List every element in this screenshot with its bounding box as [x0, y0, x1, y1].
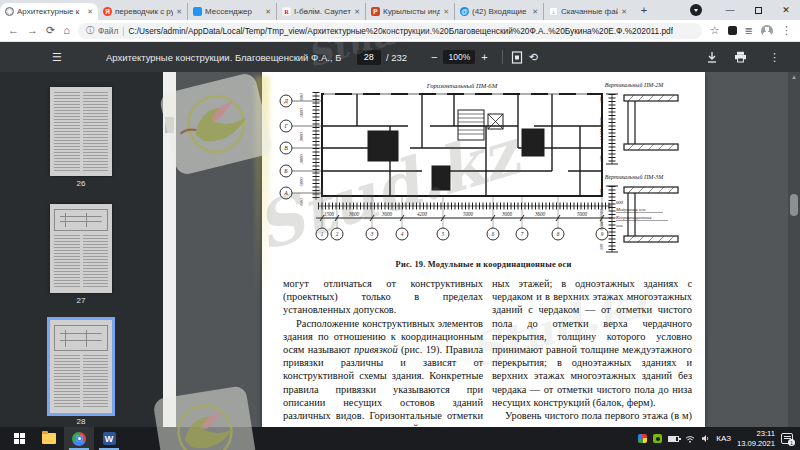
viewer-scrollbar[interactable]: ▲	[788, 72, 800, 427]
pdf-menu-icon[interactable]: ⋮	[769, 51, 780, 64]
home-icon[interactable]: ⌂	[63, 25, 70, 36]
reading-list-icon[interactable]: ≣	[745, 25, 753, 36]
row-dim: 5000	[299, 177, 304, 187]
thumbnail-label: 26	[50, 179, 112, 188]
thumbnail-page-26[interactable]	[50, 87, 112, 176]
tab-close-icon[interactable]: ✕	[87, 8, 93, 16]
download-icon[interactable]	[706, 51, 718, 64]
bookmark-star-icon[interactable]: ☆	[710, 25, 720, 36]
row-axis-label: Б	[283, 168, 288, 174]
tab-close-icon[interactable]: ✕	[354, 8, 360, 16]
screen: Архитектурные к ✕ Я переводчик с ру ✕ Ме…	[0, 0, 800, 450]
thumbnail-page-27[interactable]	[50, 204, 112, 293]
scroll-up-icon[interactable]: ▲	[788, 74, 800, 80]
col-dim: 5000	[577, 211, 588, 217]
col-dim: 3600	[349, 211, 360, 217]
row-axis-label: В	[284, 145, 288, 151]
clock[interactable]: 23:11 13.09.2021	[737, 429, 775, 448]
paragraph: ных этажей; в одноэтажных зданиях с черд…	[492, 277, 692, 409]
r-site-icon: R	[282, 7, 291, 16]
close-window-button[interactable]: ✕	[772, 0, 800, 20]
file-explorer-button[interactable]	[34, 427, 64, 450]
col-dim: 3000	[382, 211, 393, 217]
viewer-scrollbar-thumb[interactable]	[790, 194, 798, 216]
tab-downloads[interactable]: ↓ Скачанные файл ✕	[543, 3, 632, 20]
col-axis-label: 6	[492, 231, 495, 237]
tab-architecture-pdf[interactable]: Архитектурные к ✕	[0, 3, 98, 20]
row-dim: 5600	[299, 108, 304, 118]
tab-translator[interactable]: Я переводчик с ру ✕	[98, 3, 187, 20]
start-button[interactable]	[4, 427, 34, 450]
maximize-icon	[755, 7, 762, 14]
word-taskbar-button[interactable]: W	[94, 427, 124, 450]
tab-bolim-saulet[interactable]: R I-бөлім. Саулет к ✕	[276, 3, 365, 20]
clock-date: 13.09.2021	[737, 439, 775, 448]
tab-close-icon[interactable]: ✕	[176, 8, 182, 16]
browser-menu-icon[interactable]: ⋮	[781, 25, 792, 36]
notification-badge: 1	[788, 439, 795, 446]
fit-to-page-icon[interactable]	[511, 51, 523, 64]
col-axis-label: 8	[557, 231, 560, 237]
tab-title: (42) Входящие -	[472, 7, 529, 16]
col-axis-label: 9	[601, 231, 604, 237]
thumbnail-scrollbar[interactable]	[163, 72, 176, 427]
toolbar-divider	[502, 50, 503, 64]
reload-icon[interactable]: ⟳	[46, 25, 55, 36]
url-omnibox[interactable]: ⓘ Файл | C:/Users/admin/AppData/Local/Te…	[78, 23, 702, 39]
tab-close-icon[interactable]: ✕	[443, 8, 449, 16]
avatar[interactable]	[761, 25, 773, 37]
col-axis-label: 4	[401, 231, 404, 237]
tab-kurylys[interactable]: P Курылысты инду ✕	[365, 3, 454, 20]
pdf-page-28: Горизонтальный ПМ-6М Д Г В Б А 600 5600 …	[262, 72, 705, 427]
new-tab-button[interactable]: +	[635, 1, 653, 19]
chrome-taskbar-button[interactable]	[64, 427, 94, 450]
back-icon[interactable]: ←	[8, 25, 19, 36]
nvidia-tray-icon[interactable]	[653, 434, 662, 443]
wifi-icon[interactable]	[685, 435, 695, 443]
thumbnail-content	[54, 355, 108, 408]
tab-close-icon[interactable]: ✕	[265, 8, 271, 16]
zoom-out-button[interactable]: −	[431, 51, 437, 63]
battery-icon[interactable]	[668, 436, 679, 442]
pdf-toolbar-right: ⋮	[706, 51, 786, 64]
globe-icon	[5, 7, 14, 16]
messenger-icon	[193, 7, 202, 16]
yandex-translate-icon: Я	[103, 7, 112, 16]
page-number-input[interactable]	[357, 50, 381, 65]
tab-close-icon[interactable]: ✕	[621, 8, 627, 16]
forward-icon[interactable]: →	[27, 25, 38, 36]
rotate-icon[interactable]: ⟲	[529, 51, 538, 64]
tab-strip: Архитектурные к ✕ Я переводчик с ру ✕ Ме…	[0, 0, 800, 20]
extension-icon[interactable]	[728, 26, 737, 35]
speaker-icon[interactable]	[701, 434, 710, 443]
zoom-in-button[interactable]: +	[481, 51, 487, 63]
tab-inbox[interactable]: @ (42) Входящие - ✕	[454, 3, 543, 20]
maximize-button[interactable]	[744, 0, 772, 20]
notification-center-icon[interactable]: 1	[781, 433, 793, 444]
minimize-button[interactable]: —	[716, 0, 744, 20]
thumbnail-content	[54, 235, 108, 288]
col-axis-label: 2	[336, 231, 339, 237]
photos-tray-icon[interactable]	[638, 434, 647, 443]
window-controls: — ✕	[690, 0, 800, 20]
vert1-top-dim: 100	[599, 96, 604, 103]
vert1-dim: 14·2М=2800	[599, 117, 604, 141]
page-info-icon[interactable]: ⓘ	[86, 25, 94, 36]
print-icon[interactable]	[734, 51, 747, 63]
pdf-content-area: 26 27 28 Горизонтальный ПМ-6М	[0, 72, 800, 427]
pdf-sidebar-menu-icon[interactable]: ☰	[52, 51, 62, 64]
tab-close-icon[interactable]: ✕	[532, 8, 538, 16]
modular-axes-label: Модульные оси	[615, 207, 646, 212]
profile-or-update-icon[interactable]	[690, 4, 702, 16]
address-bar-actions: ☆ ≣ ⋮	[710, 25, 792, 37]
zoom-level-label: 100%	[443, 50, 475, 64]
thumbnail-scrollbar-thumb[interactable]	[165, 117, 174, 133]
thumbnail-page-28[interactable]	[50, 320, 112, 413]
download-page-icon: ↓	[549, 7, 558, 16]
col-axis-label: 7	[521, 231, 524, 237]
url-divider: |	[122, 26, 124, 36]
col-dim: 3000	[502, 211, 513, 217]
col-axis-label: 1	[321, 231, 324, 237]
language-indicator[interactable]: КАЗ	[716, 434, 731, 443]
tab-messenger[interactable]: Мессенджер ✕	[187, 3, 276, 20]
